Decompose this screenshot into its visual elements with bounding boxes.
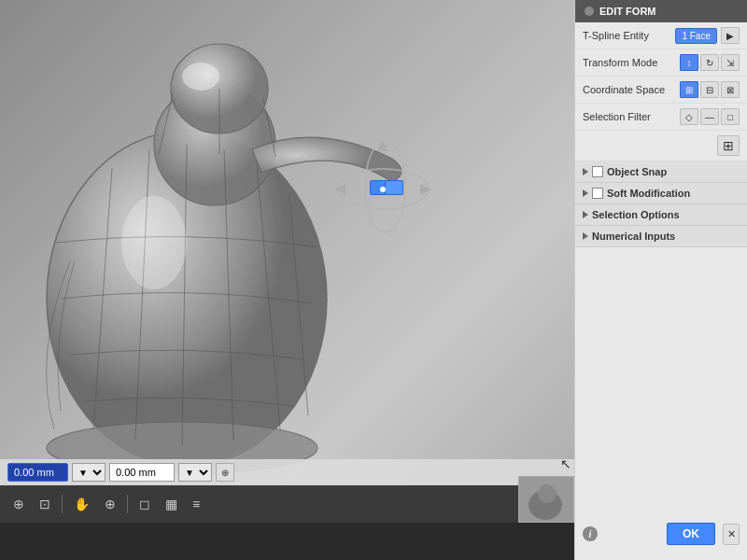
svg-point-2 (171, 44, 268, 133)
selection-filter-icons: ◇ — □ (680, 108, 740, 125)
svg-point-14 (121, 196, 187, 289)
transform-mode-icons: ↕ ↻ ⇲ (680, 54, 740, 71)
toolbar-snap-btn[interactable]: ⊕ (9, 495, 28, 513)
panel-header: EDIT FORM (575, 0, 747, 22)
toolbar-sep-1 (62, 495, 63, 513)
svg-line-7 (224, 149, 233, 441)
soft-mod-expand-icon (583, 189, 588, 197)
bottom-toolbar: ⊕ ⊡ ✋ ⊕ ◻ ▦ ≡ (0, 485, 579, 523)
transform-mode-row: Transform Mode ↕ ↻ ⇲ (575, 49, 747, 77)
svg-line-4 (93, 168, 112, 429)
svg-point-13 (182, 63, 219, 91)
selection-filter-row: Selection Filter ◇ — □ (575, 104, 747, 131)
t-spline-entity-row: T-Spline Entity 1 Face ▶ (575, 22, 747, 49)
t-spline-label: T-Spline Entity (583, 30, 671, 41)
toolbar-grid-btn[interactable]: ⊡ (35, 495, 54, 513)
selection-filter-label: Selection Filter (583, 111, 676, 122)
filter-vertex-btn[interactable]: ◇ (680, 108, 698, 125)
object-snap-section[interactable]: Object Snap (575, 161, 747, 183)
coordinate-space-label: Coordinate Space (583, 84, 676, 95)
svg-line-9 (289, 196, 308, 415)
coord-world-btn[interactable]: ⊟ (700, 81, 719, 98)
distance-input-2[interactable] (109, 463, 175, 482)
object-snap-checkbox[interactable] (592, 166, 603, 177)
soft-mod-checkbox[interactable] (592, 188, 603, 199)
transform-gizmo[interactable] (327, 135, 439, 247)
unit-dropdown-1[interactable]: ▼ (72, 463, 106, 482)
toolbar-display-btn[interactable]: ◻ (135, 495, 154, 513)
svg-line-10 (159, 93, 173, 154)
filter-face-btn[interactable]: □ (721, 108, 740, 125)
extra-option-btn[interactable]: ⊞ (717, 135, 740, 156)
toolbar-menu-btn[interactable]: ≡ (189, 495, 204, 513)
sel-options-expand-icon (583, 211, 588, 218)
transform-move-btn[interactable]: ↕ (680, 54, 698, 71)
soft-modification-label: Soft Modification (607, 188, 690, 199)
coord-view-btn[interactable]: ⊠ (721, 81, 740, 98)
unit-dropdown-2[interactable]: ▼ (178, 463, 212, 482)
gizmo-arrow-left[interactable] (334, 184, 345, 195)
svg-point-1 (154, 84, 275, 205)
object-snap-label: Object Snap (607, 166, 667, 177)
svg-line-8 (257, 163, 280, 429)
toolbar-pan-btn[interactable]: ✋ (70, 495, 93, 513)
3d-viewport[interactable]: ▼ ▼ ⊕ ⊕ ⊡ ✋ ⊕ ◻ ▦ ≡ (0, 0, 579, 523)
toolbar-orbit-btn[interactable]: ⊕ (101, 495, 120, 513)
toolbar-mesh-btn[interactable]: ▦ (162, 495, 181, 513)
selection-options-label: Selection Options (592, 209, 680, 220)
panel-title: EDIT FORM (599, 6, 656, 17)
filter-edge-btn[interactable]: — (700, 108, 719, 125)
svg-line-5 (135, 149, 149, 439)
wireframe-overlay (0, 0, 579, 523)
add-input-button[interactable]: ⊕ (216, 463, 234, 482)
t-spline-value: 1 Face (682, 31, 711, 41)
selection-options-section[interactable]: Selection Options (575, 204, 747, 226)
panel-bottom-row: i OK ✕ (575, 515, 747, 553)
coordinate-space-icons: ⊞ ⊟ ⊠ (680, 81, 740, 98)
header-dot (585, 7, 594, 16)
transform-rotate-btn[interactable]: ↻ (700, 54, 719, 71)
distance-input-1[interactable] (7, 463, 68, 482)
object-snap-expand-icon (583, 168, 588, 175)
gizmo-arrow-up[interactable] (377, 140, 388, 151)
numerical-inputs-section[interactable]: Numerical Inputs (575, 226, 747, 247)
num-inputs-expand-icon (583, 232, 588, 240)
transform-scale-btn[interactable]: ⇲ (721, 54, 740, 71)
svg-line-6 (182, 145, 187, 446)
coordinate-space-row: Coordinate Space ⊞ ⊟ ⊠ (575, 77, 747, 104)
t-spline-more-btn[interactable]: ▶ (721, 27, 740, 44)
extra-icon-row: ⊞ (575, 131, 747, 161)
input-bar: ▼ ▼ ⊕ (0, 459, 579, 485)
gizmo-handle-secondary[interactable] (385, 180, 403, 195)
info-icon[interactable]: i (583, 526, 598, 541)
right-panel: EDIT FORM T-Spline Entity 1 Face ▶ Trans… (574, 0, 747, 560)
toolbar-sep-2 (127, 495, 128, 513)
soft-modification-section[interactable]: Soft Modification (575, 183, 747, 204)
preview-thumbnail (518, 476, 574, 523)
svg-point-17 (538, 484, 557, 503)
ok-button[interactable]: OK (667, 523, 715, 545)
svg-line-12 (263, 98, 275, 157)
coord-local-btn[interactable]: ⊞ (680, 81, 698, 98)
t-spline-value-btn[interactable]: 1 Face (675, 28, 717, 44)
svg-point-0 (47, 131, 327, 467)
gizmo-arrow-right[interactable] (420, 184, 431, 195)
numerical-inputs-label: Numerical Inputs (592, 231, 675, 242)
cancel-button[interactable]: ✕ (723, 524, 740, 545)
gizmo-center-dot (380, 187, 386, 192)
transform-mode-label: Transform Mode (583, 57, 676, 68)
